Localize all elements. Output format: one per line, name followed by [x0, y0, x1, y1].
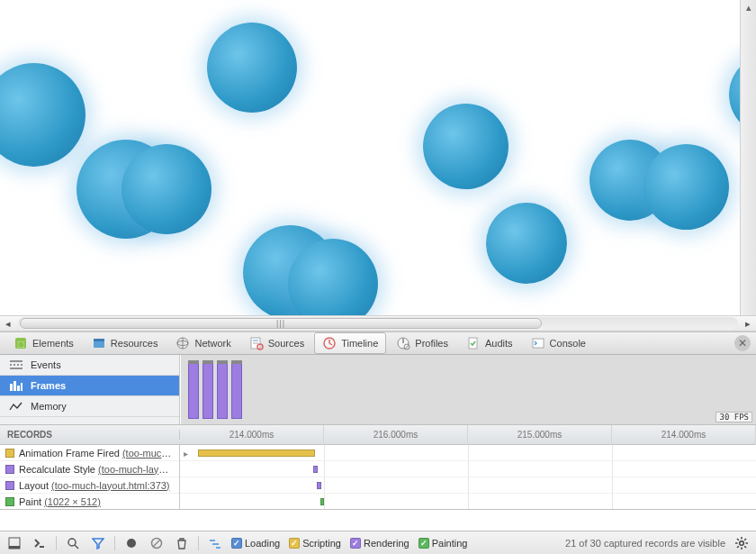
svg-rect-3	[94, 339, 104, 341]
svg-rect-18	[533, 339, 544, 348]
network-icon	[176, 336, 190, 350]
mode-label: Frames	[31, 380, 66, 391]
record-label: Paint (1022 × 512)	[19, 496, 174, 507]
viewport-vertical-scrollbar[interactable]: ▴	[740, 0, 756, 315]
glue-async-button[interactable]	[206, 534, 224, 552]
tab-timeline[interactable]: Timeline	[314, 332, 386, 354]
record-swatch	[5, 497, 14, 506]
timeline-mode-memory[interactable]: Memory	[0, 396, 179, 417]
tab-console[interactable]: Console	[523, 332, 594, 354]
status-text: 21 of 30 captured records are visible	[565, 538, 725, 549]
record-swatch	[5, 481, 14, 490]
svg-point-37	[740, 540, 744, 545]
svg-point-31	[127, 539, 136, 548]
record-bar[interactable]	[317, 482, 321, 489]
page-viewport	[0, 0, 756, 315]
record-bar[interactable]	[320, 498, 324, 505]
filter-label: Painting	[432, 538, 468, 549]
garbage-collect-button[interactable]	[173, 534, 191, 552]
record-row[interactable]: Recalculate Style (too-much-layou...	[0, 461, 179, 477]
tab-label: Timeline	[341, 338, 378, 349]
devtools-bottom-toolbar: ✓Loading✓Scripting✓Rendering✓Painting 21…	[0, 531, 756, 554]
search-icon[interactable]	[64, 534, 82, 552]
records-header-row: RECORDS 214.000ms216.000ms215.000ms214.0…	[0, 425, 756, 445]
svg-rect-23	[14, 381, 16, 391]
scrollbar-track[interactable]: |||	[18, 317, 738, 330]
mode-label: Memory	[31, 401, 67, 412]
show-console-button[interactable]	[31, 534, 49, 552]
record-swatch	[5, 465, 14, 474]
record-row[interactable]: Animation Frame Fired (too-much-...	[0, 445, 179, 461]
tab-label: Network	[194, 338, 230, 349]
tab-resources[interactable]: Resources	[84, 332, 166, 354]
svg-line-44	[737, 546, 739, 548]
checkbox-icon: ✓	[350, 538, 361, 549]
record-label: Layout (too-much-layout.html:373)	[19, 480, 174, 491]
filter-scripting[interactable]: ✓Scripting	[289, 538, 341, 549]
record-row[interactable]: Layout (too-much-layout.html:373)	[0, 477, 179, 494]
memory-icon	[9, 401, 23, 412]
clear-button[interactable]	[148, 534, 166, 552]
filter-icon[interactable]	[89, 534, 107, 552]
devtools-tabstrip: ⬚ElementsResourcesNetworkSourcesTimeline…	[0, 331, 756, 355]
console-icon	[531, 336, 545, 350]
tab-audits[interactable]: Audits	[458, 332, 521, 354]
tab-label: Resources	[111, 338, 158, 349]
sources-icon	[249, 336, 264, 350]
timeline-mode-sidebar: EventsFramesMemory	[0, 355, 180, 424]
tab-label: Console	[550, 338, 586, 349]
events-icon	[9, 359, 23, 370]
scrollbar-thumb[interactable]: |||	[20, 318, 542, 329]
tab-sources[interactable]: Sources	[241, 332, 312, 354]
svg-rect-27	[9, 546, 20, 549]
ball	[207, 23, 297, 113]
record-button[interactable]	[122, 534, 140, 552]
svg-line-43	[744, 546, 746, 548]
tab-profiles[interactable]: Profiles	[388, 332, 456, 354]
resources-icon	[92, 336, 106, 350]
frames-icon	[9, 380, 23, 391]
time-column-header: 214.000ms	[180, 425, 324, 445]
svg-point-29	[68, 539, 76, 546]
record-row[interactable]: Paint (1022 × 512)	[0, 494, 179, 510]
ball	[423, 104, 508, 189]
checkbox-icon: ✓	[289, 538, 300, 549]
checkbox-icon: ✓	[418, 538, 429, 549]
timeline-mode-events[interactable]: Events	[0, 355, 179, 376]
filter-label: Scripting	[302, 538, 341, 549]
tab-label: Elements	[32, 338, 74, 349]
dock-side-button[interactable]	[5, 534, 23, 552]
timeline-overview: EventsFramesMemory 30 FPS	[0, 355, 756, 425]
checkbox-icon: ✓	[231, 538, 242, 549]
record-swatch	[5, 449, 14, 458]
timeline-overview-graph[interactable]: 30 FPS	[180, 355, 756, 424]
time-column-header: 215.000ms	[468, 425, 612, 445]
record-bar[interactable]	[198, 450, 315, 457]
close-devtools-button[interactable]: ✕	[734, 335, 751, 351]
filter-rendering[interactable]: ✓Rendering	[350, 538, 410, 549]
tab-elements[interactable]: ⬚Elements	[5, 332, 82, 354]
scroll-left-arrow-icon[interactable]: ◂	[0, 316, 16, 331]
records-grid: Animation Frame Fired (too-much-...Recal…	[0, 445, 756, 510]
fps-badge: 30 FPS	[716, 412, 752, 422]
ball	[288, 239, 378, 315]
svg-line-42	[737, 539, 739, 540]
viewport-horizontal-scrollbar[interactable]: ◂ ||| ▸	[0, 315, 756, 331]
timeline-icon	[322, 336, 337, 350]
timeline-mode-frames[interactable]: Frames	[0, 376, 179, 396]
svg-rect-25	[21, 383, 22, 391]
ball	[644, 144, 729, 230]
svg-rect-17	[469, 338, 477, 349]
filter-loading[interactable]: ✓Loading	[231, 538, 280, 549]
scroll-up-arrow-icon[interactable]: ▴	[741, 0, 756, 14]
filter-label: Loading	[245, 538, 280, 549]
filter-painting[interactable]: ✓Painting	[418, 538, 468, 549]
svg-line-30	[75, 545, 78, 549]
scroll-right-arrow-icon[interactable]: ▸	[740, 316, 756, 331]
ball	[122, 144, 212, 234]
tab-network[interactable]: Network	[167, 332, 238, 354]
record-bar[interactable]	[313, 466, 318, 473]
record-label: Animation Frame Fired (too-much-...	[19, 448, 174, 459]
audits-icon	[466, 336, 481, 350]
settings-gear-icon[interactable]	[733, 534, 751, 552]
